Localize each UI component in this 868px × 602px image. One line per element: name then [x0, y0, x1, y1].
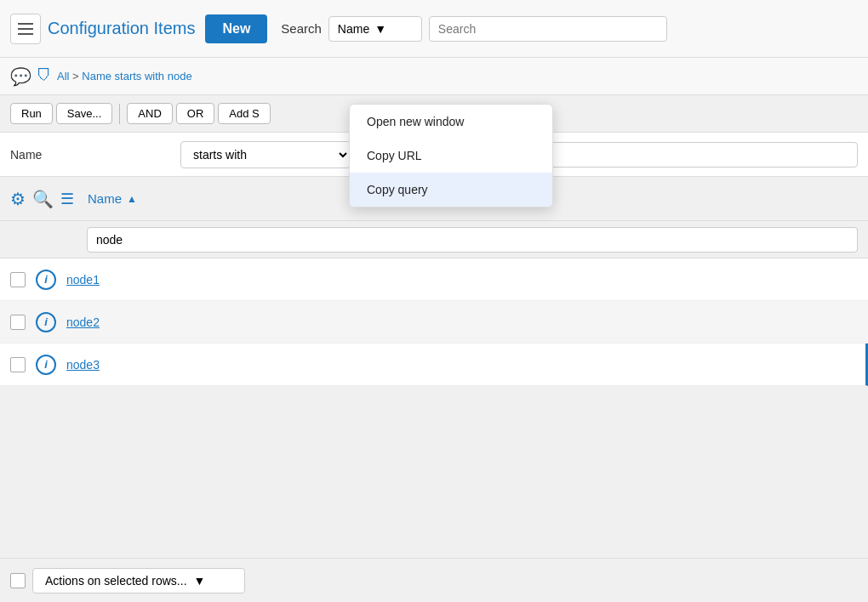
chat-icon[interactable]: 💬 [10, 66, 31, 87]
col-name-sort[interactable]: Name ▲ [88, 191, 137, 206]
info-icon-1[interactable]: i [36, 270, 56, 290]
search-dropdown-value: Name [338, 22, 369, 36]
actions-bar: Actions on selected rows... ▼ [0, 558, 868, 602]
search-dropdown[interactable]: Name ▼ [328, 16, 422, 42]
filter-path-all[interactable]: All [57, 70, 69, 82]
col-filter-input[interactable] [87, 227, 858, 253]
actions-dropdown-label: Actions on selected rows... [45, 574, 187, 588]
hamburger-button[interactable] [10, 14, 41, 44]
row-checkbox-2[interactable] [10, 315, 26, 330]
row-checkbox-1[interactable] [10, 272, 26, 287]
filter-path: All > Name starts with node [57, 70, 192, 82]
actions-dropdown[interactable]: Actions on selected rows... ▼ [32, 568, 245, 593]
info-icon-3[interactable]: i [36, 355, 56, 375]
toolbar: Run Save... AND OR Add S Open new window… [0, 95, 868, 133]
hamburger-icon [18, 23, 33, 35]
chevron-down-icon: ▼ [374, 22, 386, 36]
table-row: i node3 [0, 344, 868, 386]
filter-bar: 💬 ⛉ All > Name starts with node [0, 58, 868, 95]
col-name-label: Name [88, 191, 122, 206]
context-menu-item-open-new-window[interactable]: Open new window [350, 105, 552, 139]
filter-path-separator: > [72, 70, 79, 82]
header: Configuration Items New Search Name ▼ [0, 0, 868, 58]
row-link-1[interactable]: node1 [66, 273, 100, 287]
table-row: i node1 [0, 258, 868, 301]
row-checkbox-3[interactable] [10, 357, 26, 372]
filter-row-select[interactable]: starts with [180, 141, 351, 168]
table-area: ⚙ 🔍 ☰ Name ▲ i node1 i node2 i node3 [0, 177, 868, 386]
row-link-3[interactable]: node3 [66, 358, 100, 372]
and-button[interactable]: AND [127, 103, 172, 124]
search-input[interactable] [429, 16, 667, 42]
actions-chevron-icon: ▼ [194, 574, 206, 588]
save-button[interactable]: Save... [56, 103, 112, 124]
context-menu-item-copy-url[interactable]: Copy URL [350, 139, 552, 173]
new-button[interactable]: New [205, 14, 267, 43]
row-link-2[interactable]: node2 [66, 315, 100, 329]
run-button[interactable]: Run [10, 103, 53, 124]
gear-icon[interactable]: ⚙ [10, 189, 26, 209]
info-icon-2[interactable]: i [36, 312, 56, 332]
toolbar-divider [119, 104, 120, 124]
col-filter-row [0, 221, 868, 258]
context-menu: Open new window Copy URL Copy query [349, 104, 553, 207]
hamburger-col-icon[interactable]: ☰ [60, 190, 74, 208]
sort-arrow-icon: ▲ [127, 193, 137, 205]
filter-icon[interactable]: ⛉ [37, 67, 52, 85]
or-button[interactable]: OR [176, 103, 215, 124]
add-button[interactable]: Add S [218, 103, 270, 124]
table-row: i node2 [0, 301, 868, 344]
filter-row-label: Name [10, 148, 180, 162]
actions-checkbox[interactable] [10, 573, 26, 588]
search-col-icon[interactable]: 🔍 [32, 189, 54, 209]
page-title: Configuration Items [48, 19, 195, 38]
search-label: Search [281, 21, 322, 36]
filter-path-condition[interactable]: Name starts with node [82, 70, 191, 82]
context-menu-item-copy-query[interactable]: Copy query [350, 173, 552, 207]
